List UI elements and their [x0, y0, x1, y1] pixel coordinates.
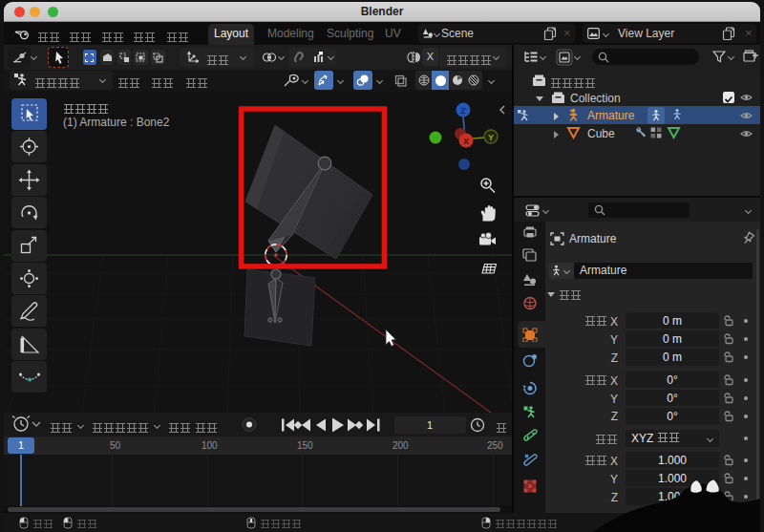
svg-text:1: 1: [427, 419, 433, 431]
svg-text:Y: Y: [488, 133, 494, 142]
svg-text:Z: Z: [460, 106, 466, 116]
svg-text:X: X: [463, 137, 469, 146]
